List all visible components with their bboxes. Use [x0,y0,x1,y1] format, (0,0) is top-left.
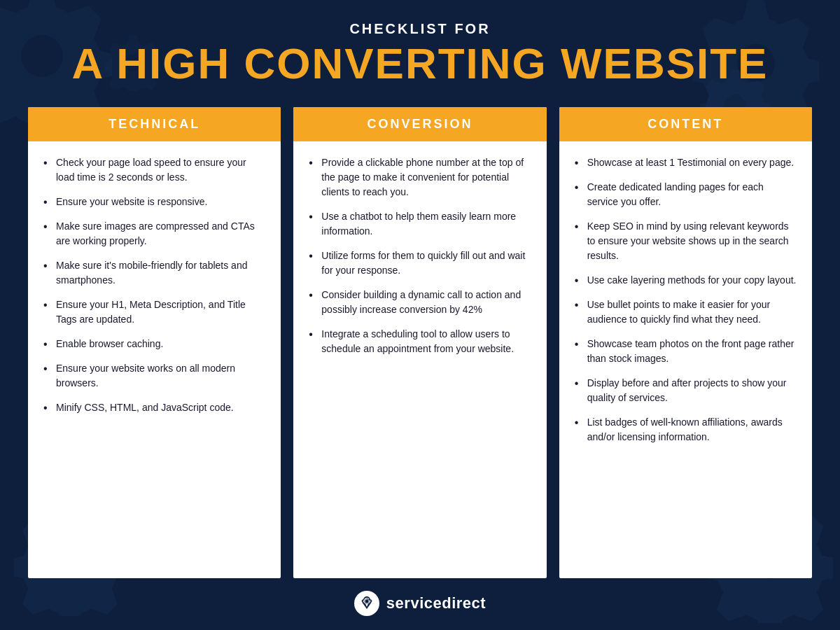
list-item: Showcase at least 1 Testimonial on every… [575,155,797,170]
conversion-column-title: CONVERSION [307,117,532,132]
list-item: Ensure your website is responsive. [43,195,265,209]
list-item: Provide a clickable phone number at the … [309,155,531,200]
conversion-list: Provide a clickable phone number at the … [309,155,531,356]
brand-name: servicedirect [386,594,486,612]
content-column-title: CONTENT [573,117,798,132]
conversion-column-body: Provide a clickable phone number at the … [293,141,546,578]
technical-column-title: TECHNICAL [42,117,267,132]
content-column-body: Showcase at least 1 Testimonial on every… [559,141,812,578]
content-column: CONTENT Showcase at least 1 Testimonial … [559,107,812,578]
list-item: Create dedicated landing pages for each … [575,180,797,209]
header-section: CHECKLIST FOR A HIGH CONVERTING WEBSITE [72,21,769,88]
list-item: Check your page load speed to ensure you… [43,155,265,185]
technical-list: Check your page load speed to ensure you… [43,155,265,415]
list-item: Make sure it's mobile-friendly for table… [43,258,265,288]
list-item: Make sure images are compressed and CTAs… [43,219,265,248]
list-item: Showcase team photos on the front page r… [575,337,797,366]
list-item: Display before and after projects to sho… [575,376,797,405]
content-list: Showcase at least 1 Testimonial on every… [575,155,797,444]
conversion-column: CONVERSION Provide a clickable phone num… [293,107,546,578]
list-item: Consider building a dynamic call to acti… [309,288,531,317]
footer-section: servicedirect [354,591,486,616]
list-item: Enable browser caching. [43,337,265,351]
list-item: Ensure your website works on all modern … [43,361,265,391]
columns-container: TECHNICAL Check your page load speed to … [28,107,812,578]
checklist-for-label: CHECKLIST FOR [72,21,769,37]
brand-regular: direct [442,594,486,612]
list-item: Ensure your H1, Meta Description, and Ti… [43,298,265,327]
brand-logo-icon [354,591,379,616]
conversion-column-header: CONVERSION [293,107,546,141]
technical-column-header: TECHNICAL [28,107,281,141]
list-item: Integrate a scheduling tool to allow use… [309,327,531,356]
list-item: Use cake layering methods for your copy … [575,273,797,288]
brand-bold: service [386,594,442,612]
content-column-header: CONTENT [559,107,812,141]
list-item: Use bullet points to make it easier for … [575,298,797,327]
gear-pin-icon [358,595,375,612]
svg-point-0 [365,600,368,603]
technical-column-body: Check your page load speed to ensure you… [28,141,281,578]
page-wrapper: CHECKLIST FOR A HIGH CONVERTING WEBSITE … [0,0,840,630]
list-item: List badges of well-known affiliations, … [575,415,797,444]
list-item: Keep SEO in mind by using relevant keywo… [575,219,797,263]
main-title: A HIGH CONVERTING WEBSITE [72,40,769,88]
list-item: Utilize forms for them to quickly fill o… [309,248,531,278]
list-item: Minify CSS, HTML, and JavaScript code. [43,400,265,415]
technical-column: TECHNICAL Check your page load speed to … [28,107,281,578]
list-item: Use a chatbot to help them easily learn … [309,209,531,239]
